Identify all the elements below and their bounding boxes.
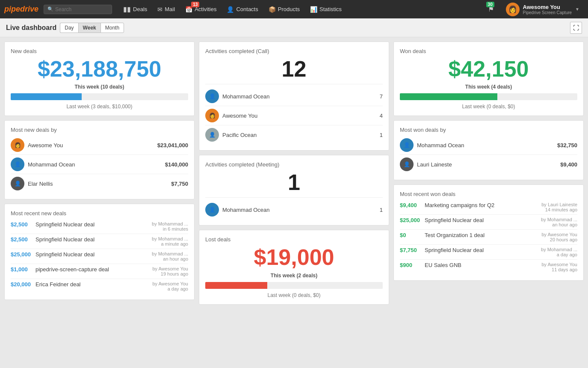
person-amount: $7,750: [171, 181, 188, 187]
deal-name: Springfield Nuclear deal: [35, 236, 147, 243]
products-icon: 📦: [269, 6, 276, 13]
nav-contacts-label: Contacts: [236, 6, 258, 12]
nav-statistics-label: Statistics: [319, 6, 342, 12]
nav-flag[interactable]: ⚑ 30: [482, 0, 500, 18]
search-box[interactable]: 🔍: [44, 5, 112, 14]
nav-activities[interactable]: 📅 13 Activities: [181, 0, 221, 18]
list-item: 👤 Elar Nellis $7,750: [11, 174, 188, 193]
person-amount: $32,750: [557, 142, 577, 148]
period-selector: Day Week Month: [60, 23, 124, 33]
list-item: $7,750 Springfield Nuclear deal by Moham…: [400, 245, 577, 260]
won-deal-time: a day ago: [535, 252, 577, 257]
most-new-deals-title: Most new deals by: [11, 127, 188, 133]
won-deal-time: 11 days ago: [535, 267, 577, 272]
subheader: Live dashboard Day Week Month ⛶: [0, 18, 588, 37]
person-name: Mohammad Ocean: [222, 93, 376, 100]
recent-won-deals-card: Most recent won deals $9,400 Marketing c…: [393, 184, 584, 281]
won-deals-week-label: This week (4 deals): [400, 84, 577, 90]
user-subtitle: Pipedrive Screen Capture: [523, 10, 572, 15]
deal-name: Springfield Nuclear deal: [35, 221, 147, 228]
list-item: $20,000 Erica Feidner deal by Awesome Yo…: [11, 279, 188, 294]
won-deal-amount: $900: [400, 262, 422, 268]
won-deal-amount: $9,400: [400, 202, 422, 208]
most-won-deals-title: Most won deals by: [400, 127, 577, 133]
won-deals-progress-container: [400, 93, 577, 100]
new-deals-progress-container: [11, 93, 188, 100]
avatar: 👩: [506, 3, 520, 16]
lost-deals-last-week: Last week (0 deals, $0): [205, 292, 383, 298]
won-deal-name: Springfield Nuclear deal: [425, 217, 532, 223]
dashboard-grid: New deals $23,188,750 This week (10 deal…: [0, 37, 588, 309]
avatar: 👤: [400, 157, 414, 171]
deal-amount: $1,000: [11, 266, 33, 273]
won-deal-name: Marketing campaigns for Q2: [425, 202, 532, 208]
deal-amount: $25,000: [11, 251, 33, 258]
user-menu[interactable]: 👩 Awesome You Pipedrive Screen Capture ▼: [502, 3, 584, 16]
list-item: $25,000 Springfield Nuclear deal by Moha…: [11, 249, 188, 264]
won-deal-time: 14 minutes ago: [535, 207, 577, 212]
won-deals-progress-bar: [400, 93, 497, 100]
avatar: 👤: [400, 138, 414, 152]
activities-call-title: Activities completed (Call): [205, 48, 383, 54]
col-left: New deals $23,188,750 This week (10 deal…: [4, 42, 195, 305]
list-item: $25,000 Springfield Nuclear deal by Moha…: [400, 215, 577, 230]
activities-call-card: Activities completed (Call) 12 👤 Mohamma…: [199, 42, 389, 151]
period-month-button[interactable]: Month: [100, 23, 124, 33]
list-item: 👤 Pacific Ocean 1: [205, 125, 383, 144]
won-deal-name: Test Organization 1 deal: [425, 232, 532, 238]
won-deal-by: by Lauri Laineste: [535, 202, 577, 207]
avatar: 👤: [205, 203, 219, 217]
period-day-button[interactable]: Day: [60, 23, 78, 33]
mail-icon: ✉: [157, 6, 163, 13]
nav-mail[interactable]: ✉ Mail: [153, 0, 179, 18]
new-deals-amount: $23,188,750: [11, 57, 188, 81]
search-icon: 🔍: [47, 6, 53, 12]
search-input[interactable]: [55, 6, 106, 12]
flag-badge: 30: [486, 2, 494, 7]
expand-button[interactable]: ⛶: [570, 22, 582, 34]
won-deal-time: an hour ago: [535, 222, 577, 227]
new-deals-last-week: Last week (3 deals, $10,000): [11, 104, 188, 110]
nav-products[interactable]: 📦 Products: [264, 0, 304, 18]
person-count: 1: [380, 132, 383, 138]
navbar: pipedrive 🔍 ▮▮ Deals ✉ Mail 📅 13 Activit…: [0, 0, 588, 18]
lost-deals-amount: $19,000: [205, 245, 383, 270]
list-item: 👤 Lauri Laineste $9,400: [400, 155, 577, 174]
lost-deals-week-label: This week (2 deals): [205, 273, 383, 279]
new-deals-week-label: This week (10 deals): [11, 84, 188, 90]
list-item: $0 Test Organization 1 deal by Awesome Y…: [400, 230, 577, 245]
nav-deals[interactable]: ▮▮ Deals: [119, 0, 151, 18]
won-deal-by: by Mohammad ...: [535, 247, 577, 252]
activities-badge: 13: [191, 2, 199, 7]
nav-contacts[interactable]: 👤 Contacts: [222, 0, 262, 18]
deal-name: Springfield Nuclear deal: [35, 251, 147, 258]
person-name: Mohammad Ocean: [417, 142, 554, 148]
lost-deals-progress-container: [205, 282, 383, 289]
won-deals-title: Won deals: [400, 48, 577, 54]
period-week-button[interactable]: Week: [78, 23, 100, 33]
list-item: $1,000 pipedrive-screen-capture deal by …: [11, 264, 188, 279]
activities-meeting-card: Activities completed (Meeting) 1 👤 Moham…: [199, 155, 389, 226]
person-count: 7: [380, 93, 383, 100]
deal-time: a day ago: [150, 286, 188, 291]
avatar: 👤: [205, 89, 219, 103]
person-amount: $140,000: [165, 161, 188, 168]
list-item: $2,500 Springfield Nuclear deal by Moham…: [11, 234, 188, 249]
avatar: 👩: [11, 138, 24, 152]
person-name: Lauri Laineste: [417, 161, 557, 168]
nav-products-label: Products: [278, 6, 300, 12]
avatar: 👤: [205, 128, 219, 142]
activities-call-count: 12: [205, 57, 383, 81]
nav-deals-label: Deals: [133, 6, 147, 12]
nav-statistics[interactable]: 📊 Statistics: [306, 0, 346, 18]
won-deal-amount: $7,750: [400, 247, 422, 253]
list-item: 👩 Awesome You 4: [205, 106, 383, 125]
person-name: Elar Nellis: [28, 181, 168, 187]
person-name: Awesome You: [222, 113, 376, 119]
deal-time: a minute ago: [150, 241, 188, 246]
won-deals-card: Won deals $42,150 This week (4 deals) La…: [393, 42, 584, 116]
dashboard-title: Live dashboard: [6, 24, 56, 32]
most-won-deals-card: Most won deals by 👤 Mohammad Ocean $32,7…: [393, 120, 584, 180]
deal-amount: $2,500: [11, 236, 33, 243]
lost-deals-title: Lost deals: [205, 236, 383, 243]
